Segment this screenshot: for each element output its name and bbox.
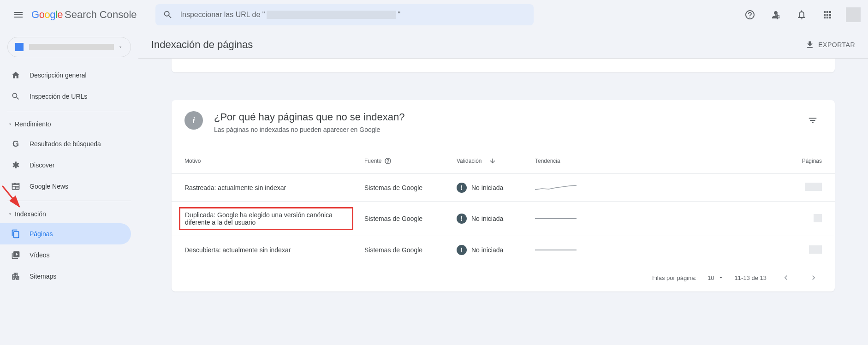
sidebar-label: Sitemaps xyxy=(30,273,56,280)
discover-icon: ✱ xyxy=(11,160,20,171)
download-icon xyxy=(805,40,814,49)
trend-cell xyxy=(535,218,609,219)
trend-sparkline xyxy=(535,183,577,192)
source-cell: Sistemas de Google xyxy=(364,215,457,222)
sidebar-item-search-results[interactable]: G Resultados de búsqueda xyxy=(0,133,131,155)
col-header-trend[interactable]: Tendencia xyxy=(535,158,609,164)
collapsed-card-edge xyxy=(172,59,835,72)
sidebar-item-google-news[interactable]: Google News xyxy=(0,176,131,197)
next-page-button[interactable] xyxy=(805,269,822,286)
trend-sparkline xyxy=(535,218,577,219)
chevron-down-icon xyxy=(718,275,724,280)
trend-cell xyxy=(535,183,609,192)
video-icon xyxy=(11,250,20,260)
trend-sparkline xyxy=(535,250,577,250)
reason-cell: Descubierta: actualmente sin indexar xyxy=(184,246,364,254)
search-icon xyxy=(11,92,20,101)
table-row[interactable]: Rastreada: actualmente sin indexar Siste… xyxy=(172,174,835,202)
pages-cell xyxy=(794,245,822,255)
news-icon xyxy=(11,182,20,191)
card-title: ¿Por qué hay páginas que no se indexan? xyxy=(214,111,404,123)
manage-users-icon[interactable] xyxy=(765,4,787,26)
notifications-icon[interactable] xyxy=(791,4,813,26)
info-icon: i xyxy=(184,111,203,130)
table-footer: Filas por página: 10 11-13 de 13 xyxy=(172,264,835,291)
sidebar-label: Vídeos xyxy=(30,251,50,259)
reasons-card: i ¿Por qué hay páginas que no se indexan… xyxy=(172,100,835,291)
page-title: Indexación de páginas xyxy=(151,39,253,51)
sidebar-label: Resultados de búsqueda xyxy=(30,140,101,148)
col-header-reason[interactable]: Motivo xyxy=(184,158,364,164)
header-actions xyxy=(739,4,861,26)
card-subtitle: Las páginas no indexadas no pueden apare… xyxy=(214,126,404,133)
sidebar-section-performance[interactable]: Rendimiento xyxy=(0,115,138,133)
chevron-right-icon xyxy=(809,273,818,282)
section-label: Rendimiento xyxy=(15,120,51,128)
sort-arrow-down-icon xyxy=(489,157,496,165)
app-header: Google Search Console Inspeccionar las U… xyxy=(0,0,868,30)
chevron-left-icon xyxy=(781,273,791,282)
sidebar-label: Descripción general xyxy=(30,71,87,79)
warning-badge-icon: ! xyxy=(457,245,467,255)
home-icon xyxy=(11,71,20,80)
chevron-down-icon xyxy=(7,211,13,217)
filter-button[interactable] xyxy=(803,111,822,130)
sidebar-section-indexing[interactable]: Indexación xyxy=(0,205,138,223)
export-button[interactable]: EXPORTAR xyxy=(805,40,855,49)
sidebar-label: Inspección de URLs xyxy=(30,93,87,100)
sidebar-label: Páginas xyxy=(30,230,53,238)
table-row[interactable]: Duplicada: Google ha elegido una versión… xyxy=(172,202,835,236)
search-placeholder: Inspeccionar las URL de "" xyxy=(180,11,401,19)
section-label: Indexación xyxy=(15,210,46,218)
pagination-range: 11-13 de 13 xyxy=(735,274,767,281)
sidebar-item-discover[interactable]: ✱ Discover xyxy=(0,155,131,176)
help-outline-icon[interactable] xyxy=(384,157,392,165)
trend-cell xyxy=(535,250,609,250)
account-avatar[interactable] xyxy=(846,7,861,22)
chevron-down-icon xyxy=(118,44,123,50)
menu-icon[interactable] xyxy=(7,4,30,26)
property-icon xyxy=(15,43,24,51)
rows-per-page-select[interactable]: 10 xyxy=(707,274,723,281)
sidebar-label: Google News xyxy=(30,183,68,190)
card-header: i ¿Por qué hay páginas que no se indexan… xyxy=(172,100,835,137)
table-header-row: Motivo Fuente Validación Tendencia Págin… xyxy=(172,148,835,174)
pages-cell xyxy=(794,183,822,192)
source-cell: Sistemas de Google xyxy=(364,246,457,254)
table-row[interactable]: Descubierta: actualmente sin indexar Sis… xyxy=(172,236,835,264)
search-icon xyxy=(163,10,173,20)
main-content: Indexación de páginas EXPORTAR i ¿Por qu… xyxy=(138,30,868,303)
sidebar-item-pages[interactable]: Páginas xyxy=(0,223,131,244)
help-icon[interactable] xyxy=(739,4,761,26)
warning-badge-icon: ! xyxy=(457,214,467,224)
reason-cell: Rastreada: actualmente sin indexar xyxy=(184,184,364,191)
page-header: Indexación de páginas EXPORTAR xyxy=(138,30,868,59)
col-header-pages[interactable]: Páginas xyxy=(794,158,822,164)
url-inspect-search[interactable]: Inspeccionar las URL de "" xyxy=(155,4,534,25)
sidebar-item-overview[interactable]: Descripción general xyxy=(0,65,131,86)
property-selector[interactable] xyxy=(7,37,131,57)
pages-icon xyxy=(11,229,20,238)
annotation-highlight: Duplicada: Google ha elegido una versión… xyxy=(179,207,353,230)
col-header-validation[interactable]: Validación xyxy=(457,157,535,165)
col-header-source[interactable]: Fuente xyxy=(364,157,457,165)
warning-badge-icon: ! xyxy=(457,183,467,193)
source-cell: Sistemas de Google xyxy=(364,184,457,191)
app-logo[interactable]: Google Search Console xyxy=(31,9,137,21)
chevron-down-icon xyxy=(7,121,13,127)
filter-icon xyxy=(808,115,818,125)
reason-cell: Duplicada: Google ha elegido una versión… xyxy=(184,207,364,230)
prev-page-button[interactable] xyxy=(778,269,794,286)
product-name: Search Console xyxy=(65,9,137,21)
sidebar-item-url-inspection[interactable]: Inspección de URLs xyxy=(0,86,131,107)
pages-cell xyxy=(794,214,822,224)
sidebar-item-sitemaps[interactable]: Sitemaps xyxy=(0,266,131,287)
rows-per-page-label: Filas por página: xyxy=(652,274,696,281)
validation-cell: ! No iniciada xyxy=(457,245,535,255)
sidebar: Descripción general Inspección de URLs R… xyxy=(0,30,138,303)
sidebar-label: Discover xyxy=(30,161,54,169)
export-label: EXPORTAR xyxy=(818,41,855,48)
validation-cell: ! No iniciada xyxy=(457,183,535,193)
sidebar-item-videos[interactable]: Vídeos xyxy=(0,244,131,266)
apps-icon[interactable] xyxy=(816,4,838,26)
